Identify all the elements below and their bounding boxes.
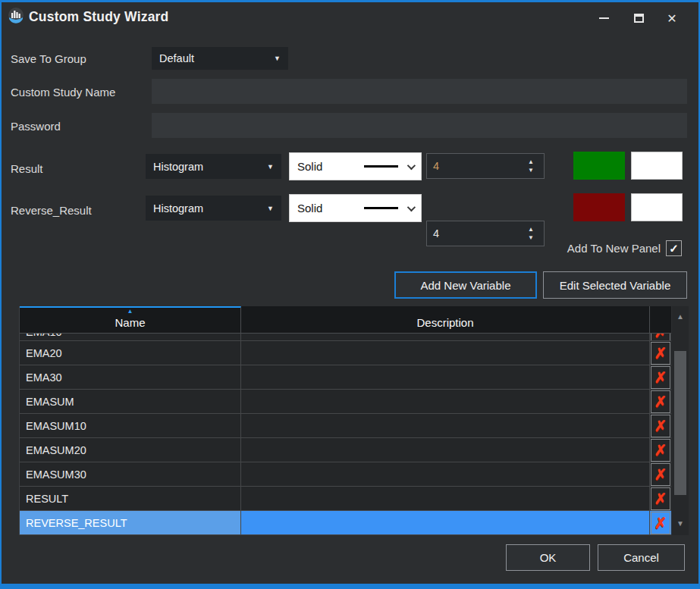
edit-selected-variable-button[interactable]: Edit Selected Variable [543, 271, 687, 299]
delete-row-button[interactable]: ✗ [651, 334, 670, 341]
delete-x-icon: ✗ [654, 393, 667, 411]
table-row[interactable]: EMASUM20✗ [20, 438, 671, 462]
row-name-cell[interactable]: RESULT [20, 487, 241, 510]
table-row[interactable]: EMASUM30✗ [20, 462, 671, 487]
scroll-down-icon[interactable]: ▼ [672, 519, 689, 528]
password-input[interactable] [152, 113, 687, 138]
row-delete-cell: ✗ [650, 438, 671, 462]
scroll-up-icon[interactable]: ▲ [672, 312, 689, 321]
maximize-icon [634, 14, 644, 23]
delete-row-button[interactable]: ✗ [651, 390, 670, 413]
custom-study-name-label: Custom Study Name [11, 86, 115, 99]
row-description-cell[interactable] [241, 365, 650, 389]
table-row[interactable]: REVERSE_RESULT✗ [20, 511, 671, 535]
column-header-delete [650, 306, 671, 333]
table-row[interactable]: EMA20✗ [20, 341, 671, 365]
row-description-cell[interactable] [241, 462, 650, 486]
row-description-cell[interactable] [241, 414, 650, 437]
row-name-cell[interactable]: EMASUM30 [20, 462, 241, 486]
chevron-down-icon [407, 161, 416, 169]
reverse-result-bar-color-swatch[interactable] [573, 193, 625, 221]
add-new-variable-button[interactable]: Add New Variable [394, 271, 537, 299]
table-row[interactable]: EMA30✗ [20, 365, 671, 390]
column-header-name[interactable]: ▲ Name [20, 306, 241, 333]
table-row[interactable]: EMASUM✗ [20, 390, 671, 414]
delete-x-icon: ✗ [654, 344, 667, 362]
delete-x-icon: ✗ [654, 368, 667, 387]
result-plot-type-value: Histogram [153, 161, 203, 173]
row-name-cell[interactable]: EMASUM10 [20, 414, 241, 437]
reverse-result-line-color-swatch[interactable] [631, 193, 683, 221]
reverse-result-plot-type-dropdown[interactable]: Histogram ▼ [146, 196, 281, 221]
table-row[interactable]: EMASUM10✗ [20, 414, 671, 438]
row-delete-cell: ✗ [650, 390, 671, 413]
column-header-description[interactable]: Description [241, 306, 650, 333]
row-delete-cell: ✗ [650, 462, 671, 486]
cancel-button[interactable]: Cancel [598, 544, 685, 571]
row-name-cell[interactable]: EMA30 [20, 365, 241, 389]
reverse-result-line-style-dropdown[interactable]: Solid [289, 194, 422, 222]
custom-study-wizard-window: Custom Study Wizard ✕ Save To Group Defa… [0, 0, 700, 589]
delete-row-button[interactable]: ✗ [651, 439, 670, 462]
result-line-style-dropdown[interactable]: Solid [289, 152, 422, 180]
result-bar-color-swatch[interactable] [573, 152, 625, 180]
delete-row-button[interactable]: ✗ [651, 463, 670, 486]
save-to-group-label: Save To Group [11, 52, 86, 65]
delete-row-button[interactable]: ✗ [651, 512, 670, 534]
table-row[interactable]: RESULT✗ [20, 487, 671, 511]
row-name-cell[interactable]: EMASUM20 [20, 438, 241, 462]
row-delete-cell: ✗ [650, 487, 671, 510]
row-description-cell[interactable] [241, 487, 650, 510]
add-to-new-panel-label: Add To New Panel [567, 242, 661, 255]
app-logo-icon [7, 6, 25, 24]
row-description-cell[interactable] [241, 341, 650, 365]
table-row[interactable]: EMA10✗ [20, 334, 671, 341]
row-name-cell[interactable]: REVERSE_RESULT [20, 511, 241, 534]
table-body: EMA10✗EMA20✗EMA30✗EMASUM✗EMASUM10✗EMASUM… [20, 334, 671, 535]
add-to-new-panel-checkbox[interactable]: ✓ [666, 240, 682, 256]
maximize-button[interactable] [626, 8, 651, 29]
delete-row-button[interactable]: ✗ [651, 366, 670, 389]
scrollbar-thumb[interactable] [674, 351, 686, 495]
reverse-result-line-width-spinner[interactable]: 4 ▲▼ [426, 221, 545, 246]
result-line-style-value: Solid [297, 160, 322, 173]
close-button[interactable]: ✕ [660, 8, 684, 29]
password-label: Password [11, 120, 61, 133]
spinner-arrows-icon[interactable]: ▲▼ [528, 227, 534, 240]
delete-x-icon: ✗ [654, 465, 667, 484]
delete-row-button[interactable]: ✗ [651, 415, 670, 437]
delete-row-button[interactable]: ✗ [651, 487, 670, 510]
row-name-cell[interactable]: EMA20 [20, 341, 241, 365]
chevron-down-icon: ▼ [274, 55, 281, 62]
spinner-arrows-icon[interactable]: ▲▼ [528, 159, 534, 173]
minimize-icon [599, 17, 609, 19]
chevron-down-icon [407, 202, 416, 211]
result-line-width-spinner[interactable]: 4 ▲▼ [426, 153, 545, 179]
row-description-cell[interactable] [241, 511, 650, 534]
sort-ascending-icon: ▲ [127, 308, 133, 315]
table-scrollbar[interactable]: ▲ ▼ [672, 306, 689, 535]
result-line-width-value: 4 [433, 160, 439, 172]
save-to-group-dropdown[interactable]: Default ▼ [152, 47, 288, 70]
delete-x-icon: ✗ [654, 417, 667, 435]
delete-x-icon: ✗ [654, 441, 667, 459]
row-description-cell[interactable] [241, 438, 650, 462]
solid-line-sample-icon [364, 207, 398, 209]
row-delete-cell: ✗ [650, 511, 671, 534]
row-delete-cell: ✗ [650, 365, 671, 389]
delete-row-button[interactable]: ✗ [651, 342, 670, 365]
ok-button[interactable]: OK [506, 544, 590, 571]
reverse-result-line-width-value: 4 [433, 227, 439, 240]
row-name-cell[interactable]: EMASUM [20, 390, 241, 413]
row-description-cell[interactable] [241, 334, 650, 341]
solid-line-sample-icon [364, 165, 398, 168]
row-description-cell[interactable] [241, 390, 650, 413]
row-name-cell[interactable]: EMA10 [20, 334, 241, 341]
minimize-button[interactable] [592, 8, 616, 29]
row-delete-cell: ✗ [650, 414, 671, 437]
variables-table: ▲ Name Description EMA10✗EMA20✗EMA30✗EMA… [19, 306, 671, 535]
result-plot-type-dropdown[interactable]: Histogram ▼ [146, 154, 281, 179]
window-title: Custom Study Wizard [29, 9, 168, 25]
result-line-color-swatch[interactable] [631, 152, 683, 180]
custom-study-name-input[interactable] [152, 79, 687, 104]
